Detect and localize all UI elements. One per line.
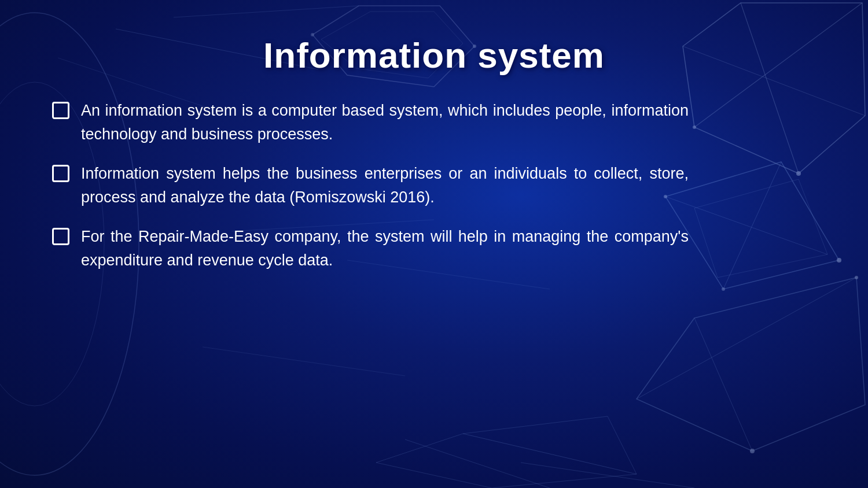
checkbox-icon-1	[52, 102, 69, 119]
bullet-text-1: An information system is a computer base…	[81, 99, 689, 146]
slide-content: Information system An information system…	[0, 0, 868, 488]
bullet-text-3: For the Repair-Made-Easy company, the sy…	[81, 225, 689, 272]
list-item: For the Repair-Made-Easy company, the sy…	[52, 225, 689, 272]
bullet-list: An information system is a computer base…	[46, 99, 822, 272]
list-item: An information system is a computer base…	[52, 99, 689, 146]
checkbox-icon-2	[52, 165, 69, 182]
slide-title: Information system	[46, 35, 822, 76]
list-item: Information system helps the business en…	[52, 162, 689, 209]
title-area: Information system	[46, 23, 822, 76]
bullet-text-2: Information system helps the business en…	[81, 162, 689, 209]
checkbox-icon-3	[52, 228, 69, 245]
